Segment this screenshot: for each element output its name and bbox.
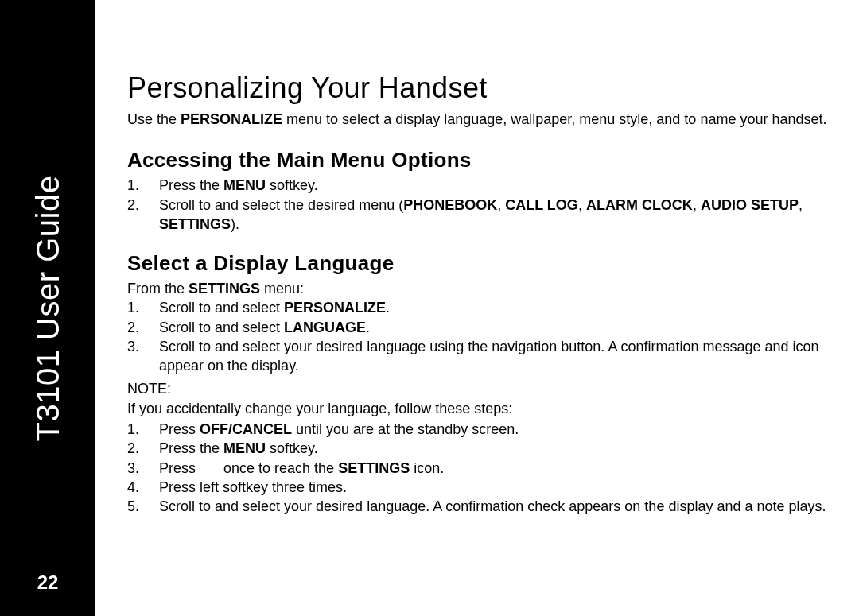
page-content: Personalizing Your Handset Use the PERSO… <box>127 72 827 516</box>
list-item: Scroll to and select your desired langua… <box>127 497 827 516</box>
note-text: If you accidentally change your language… <box>127 399 827 418</box>
page-heading: Personalizing Your Handset <box>127 72 827 105</box>
list-item: Scroll to and select LANGUAGE. <box>127 318 827 337</box>
list-item: Scroll to and select your desired langua… <box>127 337 827 376</box>
section-heading-display-language: Select a Display Language <box>127 251 827 276</box>
main-menu-steps: Press the MENU softkey. Scroll to and se… <box>127 176 827 234</box>
guide-title: T3101 User Guide <box>30 175 66 441</box>
sidebar: T3101 User Guide 22 <box>0 0 95 616</box>
from-text: From the SETTINGS menu: <box>127 279 827 298</box>
list-item: Press the MENU softkey. <box>127 439 827 458</box>
list-item: Press left softkey three times. <box>127 478 827 497</box>
note-steps: Press OFF/CANCEL until you are at the st… <box>127 420 827 516</box>
list-item: Press the MENU softkey. <box>127 176 827 195</box>
intro-paragraph: Use the PERSONALIZE menu to select a dis… <box>127 110 827 129</box>
list-item: Scroll to and select the desired menu (P… <box>127 196 827 234</box>
list-item: Press OFF/CANCEL until you are at the st… <box>127 420 827 439</box>
note-label: NOTE: <box>127 381 827 397</box>
list-item: Scroll to and select PERSONALIZE. <box>127 298 827 317</box>
page-number: 22 <box>0 571 95 594</box>
language-steps: Scroll to and select PERSONALIZE. Scroll… <box>127 298 827 375</box>
section-heading-main-menu: Accessing the Main Menu Options <box>127 148 827 172</box>
list-item: Press once to reach the SETTINGS icon. <box>127 459 827 478</box>
